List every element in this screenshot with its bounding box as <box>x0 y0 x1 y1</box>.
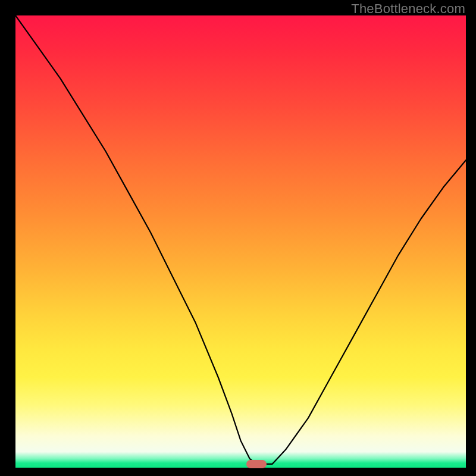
plot-area <box>15 15 466 468</box>
bottleneck-curve <box>15 15 466 468</box>
watermark-text: TheBottleneck.com <box>351 1 465 17</box>
optimal-point-marker <box>246 460 267 468</box>
chart-frame: TheBottleneck.com <box>0 0 476 476</box>
